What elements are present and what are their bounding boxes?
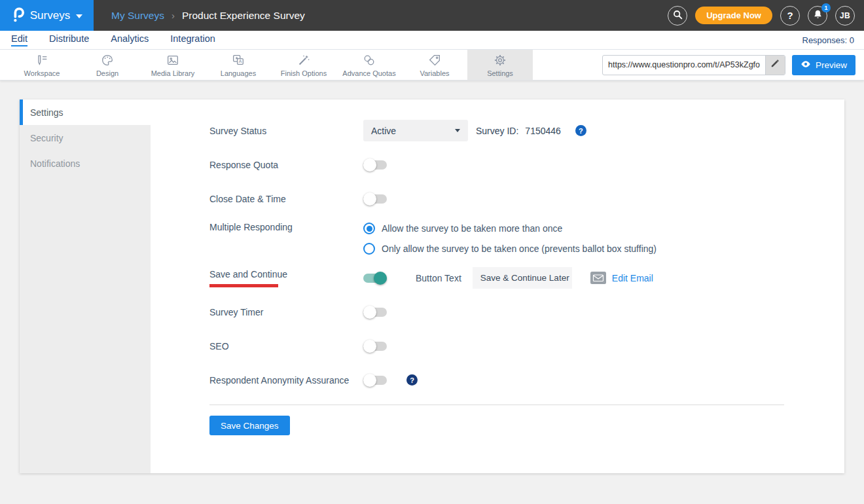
translate-icon: A [231,52,245,67]
tab-edit[interactable]: Edit [11,33,27,46]
tab-analytics[interactable]: Analytics [111,33,149,46]
preview-button[interactable]: Preview [792,55,855,75]
responses-count: Responses: 0 [802,35,855,45]
email-icon [590,272,606,284]
survey-id-value: 7150446 [525,126,561,136]
tag-icon [427,52,442,67]
toolbar-right: https://www.questionpro.com/t/AP53kZgfo … [602,50,864,80]
image-icon [166,52,180,67]
magic-wand-icon [297,52,311,67]
settings-form: Survey Status Active Survey ID: 7150446 … [151,99,844,473]
setting-row-seo: SEO [209,335,844,357]
breadcrumb-separator: › [171,10,175,21]
survey-id-label: Survey ID: [476,126,518,136]
gear-icon [493,52,507,67]
setting-row-response-quota: Response Quota [209,154,844,175]
survey-id-help-icon[interactable]: ? [575,125,586,136]
survey-status-select[interactable]: Active [363,120,468,141]
respondent-anonymity-help-icon[interactable]: ? [406,374,418,386]
survey-section-nav: Edit Distribute Analytics Integration Re… [0,31,864,50]
notifications-button[interactable]: 1 [808,6,827,26]
breadcrumb-current: Product Experience Survey [182,10,305,22]
button-text-input[interactable]: Save & Continue Later [473,267,572,289]
sidebar-item-notifications[interactable]: Notifications [20,151,151,176]
upgrade-button[interactable]: Upgrade Now [695,7,772,24]
workspace-icon [35,52,49,67]
chain-links-icon [362,52,376,67]
tool-settings[interactable]: Settings [467,50,533,80]
header-actions: Upgrade Now ? 1 JB [668,6,864,26]
survey-status-label: Survey Status [209,126,363,136]
multiple-responding-label: Multiple Responding [209,222,363,232]
seo-toggle[interactable] [363,342,387,351]
tool-design[interactable]: Design [75,50,140,80]
pencil-icon [770,59,780,71]
survey-url-text: https://www.questionpro.com/t/AP53kZgfo [603,60,765,69]
tool-advance-quotas[interactable]: Advance Quotas [336,50,402,80]
setting-row-survey-status: Survey Status Active Survey ID: 7150446 … [209,120,844,141]
seo-label: SEO [209,341,363,351]
radio-option-only-once[interactable]: Only allow the survey to be taken once (… [363,243,657,255]
close-date-toggle[interactable] [363,194,387,204]
setting-row-close-date: Close Date & Time [209,188,844,209]
setting-row-respondent-anonymity: Respondent Anonymity Assurance ? [209,369,844,391]
radio-icon[interactable] [363,243,375,255]
survey-timer-toggle[interactable] [363,308,387,317]
save-and-continue-label: Save and Continue [209,269,363,287]
eye-icon [801,60,811,70]
tool-languages[interactable]: A Languages [206,50,271,80]
select-caret-icon [455,129,460,132]
user-avatar[interactable]: JB [835,6,855,26]
setting-row-survey-timer: Survey Timer [209,301,844,323]
settings-card: Settings Security Notifications Survey S… [20,99,844,473]
svg-text:A: A [239,59,242,63]
tool-workspace[interactable]: Workspace [9,50,75,80]
avatar-initials: JB [840,11,850,20]
save-and-continue-toggle[interactable] [363,274,387,283]
save-changes-button[interactable]: Save Changes [209,416,290,435]
radio-option-allow-multiple[interactable]: Allow the survey to be taken more than o… [363,223,562,234]
product-label: Surveys [30,9,70,22]
chevron-down-icon [76,10,82,20]
survey-url-field[interactable]: https://www.questionpro.com/t/AP53kZgfo [602,55,785,75]
respondent-anonymity-label: Respondent Anonymity Assurance [209,375,363,386]
content-area: Settings Security Notifications Survey S… [0,81,864,473]
edit-toolbar: Workspace Design Media Libr [0,50,864,81]
button-text-label: Button Text [416,273,461,283]
notification-badge: 1 [821,3,831,12]
setting-row-save-and-continue: Save and Continue Button Text Save & Con… [209,267,844,289]
close-date-label: Close Date & Time [209,194,363,204]
breadcrumb-my-surveys[interactable]: My Surveys [111,10,164,22]
search-button[interactable] [668,6,687,26]
bell-icon [813,9,823,22]
tool-media-library[interactable]: Media Library [140,50,206,80]
top-header: Surveys My Surveys › Product Experience … [0,0,864,31]
product-switcher[interactable]: Surveys [0,0,94,31]
help-button[interactable]: ? [780,6,800,26]
tab-distribute[interactable]: Distribute [49,33,89,46]
survey-timer-label: Survey Timer [209,307,363,317]
response-quota-label: Response Quota [209,160,363,170]
toolbar-tools: Workspace Design Media Libr [0,50,533,80]
breadcrumb: My Surveys › Product Experience Survey [111,10,305,22]
form-divider [209,405,784,405]
edit-email-link[interactable]: Edit Email [612,273,653,283]
response-quota-toggle[interactable] [363,160,387,170]
search-icon [673,10,683,22]
tool-finish-options[interactable]: Finish Options [271,50,336,80]
tool-variables[interactable]: Variables [402,50,467,80]
setting-row-multiple-responding: Multiple Responding Allow the survey to … [209,222,844,255]
sidebar-item-security[interactable]: Security [20,125,151,151]
sidebar-item-settings[interactable]: Settings [20,99,151,125]
edit-url-button[interactable] [765,56,785,75]
help-icon: ? [787,10,793,21]
palette-icon [100,52,115,67]
settings-sidebar: Settings Security Notifications [20,99,151,473]
tab-integration[interactable]: Integration [170,33,215,46]
respondent-anonymity-toggle[interactable] [363,376,387,385]
questionpro-logo-icon [11,6,24,25]
radio-icon[interactable] [363,223,375,234]
